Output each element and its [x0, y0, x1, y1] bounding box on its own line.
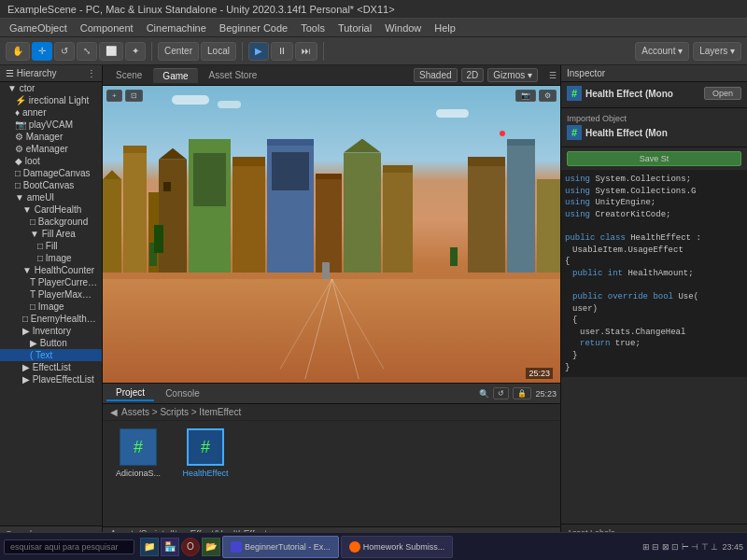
hierarchy-item-manager[interactable]: ⚙ Manager	[0, 131, 102, 143]
colcount: 25:23	[535, 389, 557, 399]
file-icon-adicionas: #	[120, 428, 157, 466]
hierarchy-item-enemyslider[interactable]: □ EnemyHealthSlider	[0, 313, 102, 325]
file-label-healtheffect: HealthEffect	[183, 469, 229, 478]
hierarchy-item-loot[interactable]: ◆ loot	[0, 155, 102, 167]
tab-console[interactable]: Console	[156, 386, 209, 400]
scale-tool-btn[interactable]: ⤡	[77, 42, 97, 61]
file-item-adicionas[interactable]: # AdicionaS...	[110, 428, 166, 478]
hierarchy-item-playereffect[interactable]: ▶ PlaveEffectList	[0, 373, 102, 385]
unity-icon	[231, 541, 242, 553]
hierarchy-menu-icon[interactable]: ⋮	[87, 68, 96, 78]
taskbar-browser-btn[interactable]: Homework Submiss...	[341, 536, 454, 558]
gizmos-btn[interactable]: Gizmos ▾	[487, 68, 538, 82]
hierarchy-item-damagecanvas[interactable]: □ DamageCanvas	[0, 167, 102, 179]
bldg-e	[316, 179, 342, 273]
code-line4: using CreatorKitCode;	[565, 209, 743, 221]
move-tool-btn[interactable]: ✛	[32, 42, 52, 61]
hierarchy-item-fillarea[interactable]: ▼ Fill Area	[0, 228, 102, 240]
hash-symbol2: #	[201, 438, 210, 457]
settings-btn[interactable]: ⚙	[539, 90, 557, 102]
hierarchy-item-banner[interactable]: ♦ anner	[0, 106, 102, 119]
menu-gameobject[interactable]: GameObject	[4, 21, 73, 35]
menu-component[interactable]: Component	[75, 21, 139, 35]
center-pivot-btn[interactable]: Center	[158, 42, 199, 61]
taskbar-icon-files[interactable]: 📁	[140, 538, 159, 556]
hierarchy-item-button[interactable]: ▶ Button	[0, 337, 102, 349]
menu-help[interactable]: Help	[429, 21, 461, 35]
taskbar-icon-store[interactable]: 🏪	[161, 538, 179, 556]
custom-tool-btn[interactable]: ✦	[125, 42, 146, 61]
bldg-f	[344, 153, 381, 273]
lock-btn[interactable]: 🔒	[513, 387, 531, 399]
fps-counter: 25:23	[526, 368, 553, 379]
persp4	[331, 278, 385, 369]
cloud1	[172, 95, 209, 105]
menu-cinemachine[interactable]: Cinemachine	[141, 21, 212, 35]
window-a	[163, 182, 171, 191]
layers-btn[interactable]: Layers ▾	[693, 42, 741, 61]
refresh-btn[interactable]: ↺	[493, 387, 509, 399]
file-item-healtheffect[interactable]: # HealthEffect	[177, 428, 233, 478]
hierarchy-item-healthcounter[interactable]: ▼ HealthCounter	[0, 264, 102, 276]
hierarchy-item-effectlist[interactable]: ▶ EffectList	[0, 361, 102, 373]
tab-scene[interactable]: Scene	[106, 68, 151, 82]
hand-tool-btn[interactable]: ✋	[6, 42, 30, 61]
taskbar-search[interactable]	[4, 539, 134, 554]
tab-asset-store[interactable]: Asset Store	[200, 68, 267, 82]
open-script-btn[interactable]: Open	[704, 87, 741, 100]
taskbar-unity-btn[interactable]: BeginnerTutorial - Ex...	[222, 536, 339, 558]
search-icon: 🔍	[479, 389, 489, 399]
desert-ground	[103, 279, 560, 383]
hierarchy-item-playcam[interactable]: 📷 playVCAM	[0, 119, 102, 131]
2d-btn[interactable]: 2D	[461, 68, 485, 82]
step-btn[interactable]: ⏭	[295, 42, 317, 61]
component-header: # Health Effect (Mono Open	[567, 86, 741, 101]
hierarchy-item-cardhealth[interactable]: ▼ CardHealth	[0, 203, 102, 216]
screenshot-btn[interactable]: 📷	[515, 90, 536, 102]
hierarchy-item-directional-light[interactable]: ⚡ irectional Light	[0, 94, 102, 106]
tab-game[interactable]: Game	[153, 68, 197, 83]
pause-btn[interactable]: ⏸	[271, 42, 293, 61]
taskbar-icon-opera[interactable]: O	[181, 538, 200, 556]
menu-tutorial[interactable]: Tutorial	[332, 21, 377, 35]
code-line7: UsableItem.UsageEffect	[565, 245, 743, 257]
maximize-btn[interactable]: ⊡	[125, 90, 143, 102]
play-btn[interactable]: ▶	[248, 42, 269, 61]
account-btn[interactable]: Account ▾	[635, 42, 689, 61]
center-area: Scene Game Asset Store Shaded 2D Gizmos …	[103, 65, 560, 541]
hierarchy-item-bootcanvas[interactable]: □ BootCanvas	[0, 179, 102, 191]
hierarchy-item-text[interactable]: ( Text	[0, 349, 102, 361]
menu-window[interactable]: Window	[379, 21, 427, 35]
hierarchy-item-playercurrent[interactable]: T PlayerCurrentHealthTe	[0, 276, 102, 288]
code-preview: using System.Collections; using System.C…	[561, 170, 747, 377]
rotate-tool-btn[interactable]: ↺	[54, 42, 75, 61]
hierarchy-item-background[interactable]: □ Background	[0, 216, 102, 228]
hierarchy-item-emanager[interactable]: ⚙ eManager	[0, 143, 102, 155]
tab-project[interactable]: Project	[106, 385, 154, 401]
town-area	[103, 139, 560, 273]
right-buildings	[467, 139, 560, 273]
hierarchy-item-fill[interactable]: □ Fill	[0, 240, 102, 252]
hierarchy-list: ▼ ctor ⚡ irectional Light ♦ anner 📷 play…	[0, 82, 102, 525]
hierarchy-item-image1[interactable]: □ Image	[0, 252, 102, 264]
project-files: # AdicionaS... # HealthEffect	[103, 421, 560, 526]
hierarchy-item-image2[interactable]: □ Image	[0, 301, 102, 313]
zoom-in-btn[interactable]: +	[106, 90, 122, 102]
menu-beginner-code[interactable]: Beginner Code	[214, 21, 293, 35]
hierarchy-title: ☰ Hierarchy	[6, 68, 57, 78]
shaded-btn[interactable]: Shaded	[414, 68, 457, 82]
roof1	[103, 170, 121, 179]
persp3	[279, 278, 332, 369]
taskbar-icon-folder[interactable]: 📂	[202, 538, 220, 556]
sign-b	[193, 153, 226, 206]
local-global-btn[interactable]: Local	[201, 42, 236, 61]
roof-c	[233, 157, 265, 166]
hierarchy-item-gameui[interactable]: ▼ ameUI	[0, 191, 102, 203]
menu-tools[interactable]: Tools	[295, 21, 331, 35]
hierarchy-item-ctor[interactable]: ▼ ctor	[0, 82, 102, 94]
rect-tool-btn[interactable]: ⬜	[99, 42, 123, 61]
hierarchy-item-playermaxhealth[interactable]: T PlayerMaxHealthText	[0, 288, 102, 301]
game-view: 25:23 + ⊡ 📷 ⚙	[103, 86, 560, 383]
hierarchy-item-inventory[interactable]: ▶ Inventory	[0, 325, 102, 337]
save-state-btn[interactable]: Save St	[567, 151, 741, 166]
